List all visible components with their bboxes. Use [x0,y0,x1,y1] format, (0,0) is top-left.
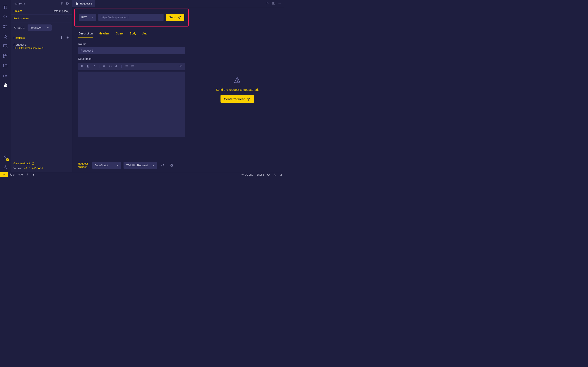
more-icon[interactable] [278,2,281,6]
chevron-down-icon [116,164,119,167]
sidebar: RAPIDAPI Project Default (local) Environ… [11,0,72,172]
source-control-icon[interactable] [0,22,10,31]
environments-more-icon[interactable] [66,17,69,20]
svg-rect-13 [3,56,5,58]
svg-point-5 [4,27,5,28]
status-sync[interactable] [30,173,36,176]
split-editor-icon[interactable] [272,2,275,6]
chevron-down-icon [152,164,155,167]
svg-point-23 [61,38,62,39]
snippet-language-select[interactable]: JavaScript [92,162,121,169]
status-eslint[interactable]: ESLint [255,173,265,176]
send-button[interactable]: Send [166,14,184,21]
svg-point-6 [6,26,7,27]
remote-explorer-icon[interactable] [0,41,10,51]
search-icon[interactable] [0,12,10,22]
name-input[interactable]: Request 1 [78,47,185,54]
run-debug-icon[interactable] [0,31,10,41]
snippet-target-value: XMLHttpRequest [126,164,148,167]
project-value: Default (local) [53,9,69,12]
project-row[interactable]: Project Default (local) [11,7,72,15]
add-request-icon[interactable] [66,36,69,40]
svg-rect-52 [170,164,172,166]
list-icon[interactable] [131,64,134,68]
explorer-icon[interactable] [0,2,10,12]
svg-point-54 [237,82,238,82]
svg-point-30 [279,3,280,3]
code-icon[interactable] [109,64,112,68]
description-textarea[interactable] [78,72,185,137]
svg-point-21 [61,36,62,37]
url-input[interactable]: https://echo.paw.cloud [98,14,164,21]
svg-point-45 [132,66,132,66]
warning-icon [234,77,241,84]
status-errors[interactable]: 0 [8,173,16,176]
folder-icon[interactable] [0,61,10,71]
svg-rect-12 [6,54,7,56]
run-icon[interactable] [266,2,269,6]
request-tabs: Description Headers Query Body Auth [72,30,191,38]
status-copilot-icon[interactable] [265,173,272,176]
remote-indicator[interactable] [0,172,8,177]
give-feedback-link[interactable]: Give feedback [13,162,69,165]
svg-point-8 [6,37,7,38]
accounts-icon[interactable]: 1 [0,152,10,162]
snippet-label: Request snippet [78,162,90,168]
env-group-label: Group 1 [13,25,26,31]
quote-icon[interactable]: 66 [103,64,106,68]
link-icon[interactable] [115,64,118,68]
extensions-icon[interactable] [0,51,10,61]
snippet-code-icon[interactable] [160,162,166,169]
status-ports[interactable] [24,173,30,176]
svg-rect-51 [171,165,173,166]
environment-select[interactable]: Production [27,25,52,31]
fm-icon[interactable]: FM [0,71,10,80]
library-icon[interactable] [60,2,63,6]
status-go-live[interactable]: Go Live [240,173,255,176]
snippet-language-value: JavaScript [95,164,108,167]
status-feedback-icon[interactable] [272,173,278,176]
send-icon [178,16,181,19]
preview-icon[interactable] [179,64,182,68]
description-toolbar: 66 [78,63,185,70]
snippet-target-select[interactable]: XMLHttpRequest [123,162,157,169]
feedback-label: Give feedback [13,162,30,165]
requests-more-icon[interactable] [60,36,63,40]
send-icon [247,97,250,101]
tab-query[interactable]: Query [115,30,124,38]
bold-icon[interactable] [86,64,90,68]
italic-icon[interactable] [93,64,96,68]
tab-auth[interactable]: Auth [142,30,149,38]
svg-text:66: 66 [103,65,105,67]
request-list-item[interactable]: Request 1 GET https://echo.paw.cloud [11,42,72,51]
export-icon[interactable] [66,2,69,6]
heading-icon[interactable] [80,64,84,68]
svg-marker-26 [267,2,268,4]
tab-headers[interactable]: Headers [98,30,110,38]
name-label: Name [78,42,185,45]
editor-tab[interactable]: Request 1 [72,0,95,7]
snippet-copy-icon[interactable] [168,162,174,169]
rapidapi-icon[interactable] [0,80,10,90]
align-icon[interactable] [125,64,128,68]
svg-point-16 [5,167,6,168]
status-warnings[interactable]: 0 [16,173,25,176]
environment-selected: Production [30,26,42,29]
svg-point-50 [181,66,181,67]
http-method-value: GET [81,16,87,19]
svg-point-18 [68,17,68,17]
editor-tab-label: Request 1 [80,2,92,5]
svg-point-29 [278,3,279,3]
svg-point-64 [269,175,269,175]
tab-description[interactable]: Description [78,30,93,38]
svg-rect-1 [4,6,7,9]
settings-gear-icon[interactable] [0,162,10,172]
tab-body[interactable]: Body [129,30,137,38]
status-bell-icon[interactable] [278,173,284,176]
chevron-down-icon [91,16,94,19]
svg-rect-0 [4,5,6,8]
http-method-select[interactable]: GET [79,14,96,21]
svg-point-46 [132,67,132,67]
send-request-button[interactable]: Send Request [221,95,254,103]
svg-point-22 [61,37,62,38]
